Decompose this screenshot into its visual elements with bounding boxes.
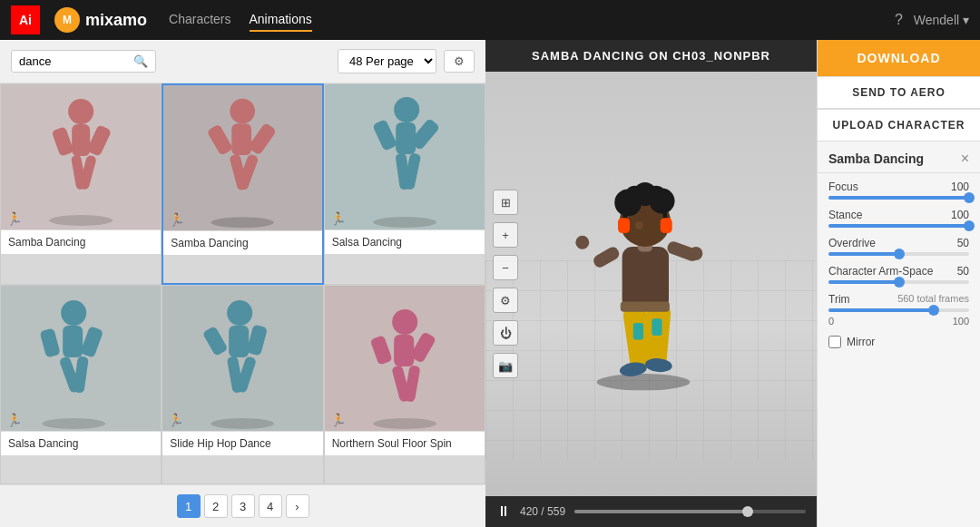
page-next-button[interactable]: › — [286, 494, 309, 518]
svg-rect-38 — [369, 335, 392, 366]
page-4-button[interactable]: 4 — [259, 494, 282, 518]
main-nav: Characters Animations — [169, 8, 312, 32]
left-panel: 🔍 48 Per page 12 Per page 24 Per page 96… — [0, 40, 485, 527]
param-focus: Focus 100 — [828, 181, 969, 200]
per-page-select[interactable]: 48 Per page 12 Per page 24 Per page 96 P… — [338, 49, 436, 73]
svg-point-35 — [373, 418, 436, 429]
svg-point-53 — [575, 236, 589, 249]
svg-point-54 — [689, 247, 702, 260]
svg-point-21 — [42, 418, 105, 429]
svg-point-14 — [373, 217, 436, 228]
playback-bar: ⏸ 420 / 559 — [485, 496, 817, 527]
progress-fill — [574, 510, 748, 513]
list-item[interactable]: 🏃 Samba Dancing — [162, 83, 323, 285]
svg-rect-66 — [652, 318, 662, 336]
param-focus-label: Focus — [828, 181, 858, 193]
svg-rect-4 — [86, 124, 112, 157]
page-2-button[interactable]: 2 — [204, 494, 228, 518]
svg-rect-50 — [624, 251, 665, 285]
search-icon[interactable]: 🔍 — [133, 54, 148, 68]
user-menu[interactable]: Wendell ▾ — [914, 13, 969, 27]
param-stance-slider[interactable] — [828, 224, 969, 228]
param-focus-value: 100 — [951, 181, 969, 193]
mixamo-logo: M mixamo — [54, 7, 147, 33]
upload-character-button[interactable]: UPLOAD CHARACTER — [818, 109, 980, 142]
param-arm-space-slider[interactable] — [828, 280, 969, 284]
svg-point-0 — [49, 215, 113, 226]
search-input[interactable] — [19, 54, 133, 68]
mirror-checkbox[interactable] — [828, 336, 841, 348]
param-arm-space-thumb — [894, 277, 905, 288]
viewer-canvas[interactable]: ⊞ + − ⚙ ⏻ 📷 — [485, 72, 817, 496]
animation-grid: 🏃 Samba Dancing 🏃 — [0, 83, 485, 484]
list-item[interactable]: 🏃 Northern Soul Floor Spin — [324, 285, 485, 484]
param-overdrive-label: Overdrive — [828, 237, 876, 249]
list-item[interactable]: 🏃 Salsa Dancing — [324, 83, 485, 285]
list-item[interactable]: 🏃 Slide Hip Hop Dance — [162, 285, 323, 484]
anim-thumbnail: 🏃 — [1, 286, 161, 431]
anim-thumbnail: 🏃 — [325, 84, 485, 229]
trim-end: 100 — [953, 316, 969, 327]
page-1-button[interactable]: 1 — [177, 494, 201, 518]
close-button[interactable]: × — [961, 151, 969, 167]
anim-label: Northern Soul Floor Spin — [325, 431, 485, 455]
trim-slider[interactable] — [828, 308, 969, 312]
svg-rect-2 — [72, 124, 90, 156]
param-stance-label: Stance — [828, 209, 862, 221]
zoom-in-button[interactable]: + — [493, 222, 518, 248]
pagination: 1 2 3 4 › — [0, 484, 485, 527]
anim-label: Samba Dancing — [1, 229, 161, 254]
trim-fill — [828, 308, 934, 312]
settings-view-button[interactable]: ⚙ — [493, 288, 518, 313]
param-overdrive-thumb — [894, 249, 905, 259]
trim-thumb — [928, 305, 939, 316]
list-item[interactable]: 🏃 Samba Dancing — [0, 83, 162, 285]
zoom-out-button[interactable]: − — [493, 255, 518, 280]
mixamo-icon: M — [54, 7, 80, 33]
nav-animations[interactable]: Animations — [250, 8, 312, 32]
search-bar: 🔍 48 Per page 12 Per page 24 Per page 96… — [0, 40, 485, 83]
svg-point-22 — [61, 300, 86, 326]
progress-thumb — [742, 506, 753, 517]
send-aero-button[interactable]: SEND TO AERO — [818, 76, 980, 109]
main-layout: 🔍 48 Per page 12 Per page 24 Per page 96… — [0, 40, 980, 527]
param-overdrive-fill — [828, 252, 899, 256]
zoom-fit-button[interactable]: ⊞ — [493, 190, 518, 215]
list-item[interactable]: 🏃 Salsa Dancing — [0, 285, 162, 484]
frame-counter: 420 / 559 — [520, 505, 565, 518]
pause-button[interactable]: ⏸ — [496, 503, 511, 520]
anim-label: Samba Dancing — [163, 230, 321, 255]
param-arm-space-label: Character Arm-Space — [828, 265, 933, 278]
param-arm-space-value: 50 — [957, 265, 969, 278]
svg-point-28 — [211, 418, 274, 429]
power-button[interactable]: ⏻ — [493, 320, 518, 346]
param-stance: Stance 100 — [828, 209, 969, 228]
param-focus-fill — [828, 196, 969, 200]
help-button[interactable]: ? — [895, 12, 903, 28]
svg-rect-25 — [80, 326, 103, 358]
progress-track[interactable] — [574, 510, 806, 513]
svg-rect-63 — [660, 218, 671, 233]
run-icon: 🏃 — [6, 413, 22, 427]
param-focus-slider[interactable] — [828, 196, 969, 200]
nav-characters[interactable]: Characters — [169, 8, 230, 32]
run-icon: 🏃 — [168, 413, 183, 427]
trim-start: 0 — [828, 316, 834, 327]
viewer-panel: SAMBA DANCING ON CH03_NONPBR — [485, 40, 817, 527]
svg-point-1 — [68, 99, 93, 124]
param-stance-thumb — [964, 220, 975, 231]
adobe-logo: Ai — [11, 5, 40, 34]
download-button[interactable]: DOWNLOAD — [818, 40, 980, 76]
param-arm-space: Character Arm-Space 50 — [828, 265, 969, 284]
param-overdrive-slider[interactable] — [828, 252, 969, 256]
param-overdrive-value: 50 — [957, 237, 969, 249]
anim-thumbnail: 🏃 — [325, 286, 485, 431]
page-3-button[interactable]: 3 — [231, 494, 255, 518]
settings-button[interactable]: ⚙ — [444, 50, 475, 73]
anim-thumbnail: 🏃 — [162, 286, 322, 431]
right-panel: DOWNLOAD SEND TO AERO UPLOAD CHARACTER S… — [817, 40, 980, 527]
camera-button[interactable]: 📷 — [493, 353, 518, 378]
viewer-title: SAMBA DANCING ON CH03_NONPBR — [485, 40, 817, 72]
svg-point-43 — [596, 374, 690, 391]
svg-rect-32 — [247, 324, 269, 356]
